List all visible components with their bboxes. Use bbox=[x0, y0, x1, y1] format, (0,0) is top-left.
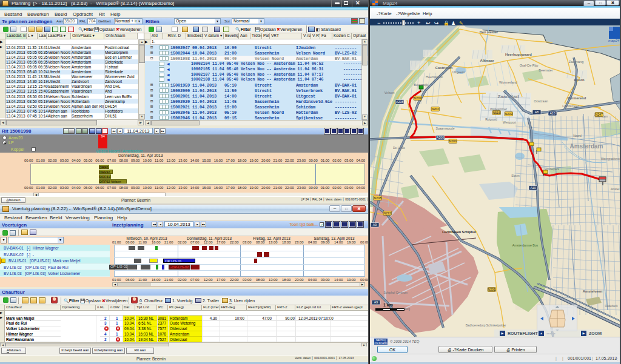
svg-text:Oostzaan: Oostzaan bbox=[534, 99, 548, 103]
svg-text:Hoorn: Hoorn bbox=[574, 78, 585, 82]
svg-text:Wormerland: Wormerland bbox=[499, 81, 517, 84]
svg-text:N232: N232 bbox=[383, 211, 391, 215]
svg-text:Beemster: Beemster bbox=[539, 68, 553, 72]
svg-text:A9: A9 bbox=[373, 223, 377, 227]
svg-text:Heerhugowaard: Heerhugowaard bbox=[505, 53, 532, 56]
svg-text:Vondelpark: Vondelpark bbox=[545, 168, 560, 171]
svg-text:N247: N247 bbox=[595, 113, 603, 116]
svg-text:Ouderkerk: Ouderkerk bbox=[605, 305, 618, 308]
svg-text:A10: A10 bbox=[549, 111, 555, 115]
svg-text:Amsterdam: Amsterdam bbox=[569, 143, 603, 150]
svg-text:Luchthaven Schiphol: Luchthaven Schiphol bbox=[442, 230, 476, 234]
svg-text:Amstel: Amstel bbox=[611, 188, 620, 191]
svg-text:N515: N515 bbox=[492, 111, 500, 114]
svg-text:Westpoort: Westpoort bbox=[503, 121, 516, 124]
svg-text:Graf-De Rijp: Graf-De Rijp bbox=[520, 64, 539, 67]
svg-text:A8: A8 bbox=[535, 110, 539, 114]
svg-text:Landsmeer: Landsmeer bbox=[562, 104, 579, 108]
svg-text:A208: A208 bbox=[396, 100, 403, 104]
svg-text:Amsterdamse Bos: Amsterdamse Bos bbox=[512, 243, 539, 247]
svg-text:A10: A10 bbox=[530, 186, 535, 190]
svg-text:N200: N200 bbox=[449, 139, 457, 143]
svg-text:Watergraafsmeer: Watergraafsmeer bbox=[601, 157, 621, 160]
svg-text:De Liede: De Liede bbox=[393, 146, 405, 150]
svg-text:Castricum: Castricum bbox=[435, 66, 452, 70]
svg-text:Ruigoord: Ruigoord bbox=[485, 118, 497, 121]
svg-text:Noord: Noord bbox=[573, 134, 582, 137]
svg-text:Zaanstad: Zaanstad bbox=[497, 94, 519, 99]
svg-text:Zaagvang: Zaagvang bbox=[569, 60, 583, 64]
svg-text:Uitgeest: Uitgeest bbox=[452, 70, 465, 74]
svg-text:Spaarnwoude: Spaarnwoude bbox=[436, 127, 455, 130]
svg-text:N208: N208 bbox=[374, 196, 381, 200]
svg-text:Velsen: Velsen bbox=[384, 91, 395, 94]
svg-text:N201: N201 bbox=[488, 288, 495, 291]
svg-text:N203: N203 bbox=[414, 96, 421, 100]
svg-text:Sloten: Sloten bbox=[511, 174, 520, 177]
svg-text:N202: N202 bbox=[431, 107, 439, 111]
svg-text:Beverwijk: Beverwijk bbox=[414, 83, 428, 87]
svg-text:Amstelveen: Amstelveen bbox=[583, 290, 603, 293]
svg-text:Alkmaar: Alkmaar bbox=[480, 59, 495, 62]
svg-text:Heemskerk: Heemskerk bbox=[426, 75, 443, 79]
svg-text:Den Helder: Den Helder bbox=[480, 30, 498, 34]
svg-text:A9: A9 bbox=[374, 300, 378, 304]
svg-text:N203: N203 bbox=[505, 112, 512, 116]
svg-text:Schiphol Centrum: Schiphol Centrum bbox=[383, 291, 408, 294]
svg-text:A200: A200 bbox=[437, 136, 444, 139]
svg-text:Badhoevedorp Schinkelpolder: Badhoevedorp Schinkelpolder bbox=[466, 323, 506, 327]
svg-text:Purmerend: Purmerend bbox=[568, 96, 586, 100]
